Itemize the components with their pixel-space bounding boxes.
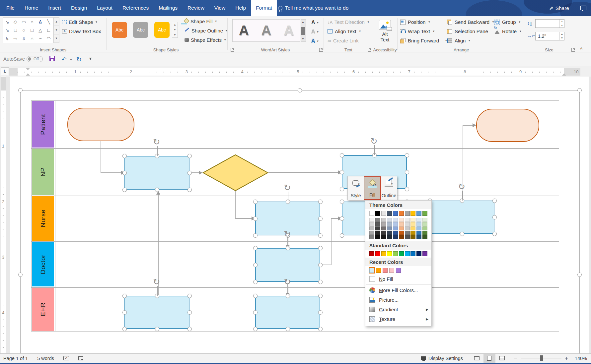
tab-insert[interactable]: Insert	[43, 0, 66, 16]
color-swatch[interactable]	[422, 231, 427, 235]
tab-references[interactable]: References	[117, 0, 154, 16]
shape-styles-dialog-launcher-icon[interactable]	[231, 48, 234, 52]
tab-stop-selector[interactable]: L	[1, 67, 9, 75]
save-button[interactable]	[49, 56, 55, 61]
color-swatch[interactable]	[416, 218, 421, 222]
shape-height-input[interactable]: ▲▼	[535, 19, 564, 28]
gallery-more-icon[interactable]: ▼	[54, 34, 59, 43]
color-swatch[interactable]	[369, 211, 374, 216]
word-count-status[interactable]: 5 words	[37, 356, 54, 361]
color-swatch[interactable]	[381, 218, 386, 222]
color-swatch[interactable]	[387, 211, 392, 216]
shape-fill-button[interactable]: Shape Fill▼	[185, 19, 217, 24]
zoom-slider[interactable]	[521, 358, 561, 359]
picture-fill-item[interactable]: Picture...	[365, 295, 431, 305]
color-swatch[interactable]	[369, 268, 374, 273]
color-swatch[interactable]	[393, 218, 398, 222]
shape-gallery-item[interactable]: △	[36, 26, 44, 34]
page-number-status[interactable]: Page 1 of 1	[3, 356, 28, 361]
print-layout-button[interactable]	[483, 354, 495, 363]
text-outline-button[interactable]: A▼	[311, 28, 323, 36]
wordart-sample[interactable]: A	[277, 20, 300, 41]
shape-gallery-item[interactable]: ~	[36, 34, 44, 43]
shape-width-input[interactable]: 1.2"▲▼	[535, 32, 564, 40]
tab-home[interactable]: Home	[20, 0, 43, 16]
color-swatch[interactable]	[410, 251, 415, 256]
style-down-icon[interactable]: ▼	[172, 27, 178, 32]
color-swatch[interactable]	[381, 231, 386, 235]
shape-gallery-item[interactable]: ⌂	[28, 34, 36, 43]
shape-gallery-item[interactable]: ∟	[44, 26, 53, 34]
bring-forward-button[interactable]: Bring Forward▼	[400, 38, 447, 43]
shape-gallery-item[interactable]: □	[11, 26, 20, 34]
group-button[interactable]: Group▼	[494, 19, 521, 25]
color-swatch[interactable]	[416, 231, 421, 235]
color-swatch[interactable]	[399, 235, 404, 239]
align-button[interactable]: Align▼	[447, 38, 471, 43]
color-swatch[interactable]	[375, 211, 380, 216]
autosave-toggle[interactable]: Off	[27, 56, 43, 62]
color-swatch[interactable]	[410, 235, 415, 239]
more-fill-colors-item[interactable]: More Fill Colors...	[365, 285, 431, 295]
tab-view[interactable]: View	[209, 0, 230, 16]
tab-design[interactable]: Design	[66, 0, 92, 16]
color-swatch[interactable]	[393, 222, 398, 226]
gallery-down-icon[interactable]: ▼	[54, 26, 59, 34]
shape-gallery-item[interactable]: ↘	[3, 26, 11, 34]
display-settings-button[interactable]: Display Settings	[428, 356, 463, 361]
color-swatch[interactable]	[410, 218, 415, 222]
height-spinner[interactable]: ▲▼	[559, 20, 564, 28]
color-swatch[interactable]	[396, 268, 401, 273]
wordart-up-icon[interactable]: ▲	[302, 21, 304, 24]
color-swatch[interactable]	[399, 226, 404, 230]
zoom-level[interactable]: 140%	[575, 356, 587, 361]
tab-file[interactable]: File	[1, 0, 20, 16]
style-up-icon[interactable]: ▲	[172, 22, 178, 27]
shape-gallery-item[interactable]: ╲	[44, 18, 53, 26]
shape-style-scroll[interactable]: ▲▼▼	[172, 22, 178, 38]
tab-mailings[interactable]: Mailings	[154, 0, 183, 16]
redo-button[interactable]: ↻	[76, 56, 82, 63]
color-swatch[interactable]	[387, 222, 392, 226]
color-swatch[interactable]	[399, 218, 404, 222]
width-spinner[interactable]: ▲▼	[559, 32, 564, 40]
color-swatch[interactable]	[375, 231, 380, 235]
color-swatch[interactable]	[416, 251, 421, 256]
color-swatch[interactable]	[389, 268, 394, 273]
shape-gallery-item[interactable]: ⇨	[11, 34, 20, 43]
color-swatch[interactable]	[416, 211, 421, 216]
alt-text-button[interactable]: AltText	[374, 18, 396, 48]
color-swatch[interactable]	[381, 211, 386, 216]
color-swatch[interactable]	[416, 222, 421, 226]
color-swatch[interactable]	[422, 211, 427, 216]
size-dialog-launcher-icon[interactable]	[571, 48, 575, 52]
wordart-sample[interactable]: A	[233, 20, 255, 41]
tab-format-active[interactable]: Format	[251, 0, 277, 16]
shape-gallery-item[interactable]: ▭	[20, 18, 28, 26]
color-swatch[interactable]	[422, 218, 427, 222]
shape-gallery-item[interactable]: ◠	[44, 34, 53, 43]
rotate-button[interactable]: Rotate▼	[494, 29, 522, 34]
shape-style-swatch[interactable]: Abc	[133, 22, 148, 38]
shape-effects-button[interactable]: Shape Effects▼	[185, 37, 226, 43]
zoom-out-button[interactable]: −	[513, 355, 518, 362]
color-swatch[interactable]	[369, 226, 374, 230]
text-effects-button[interactable]: A▼	[311, 37, 323, 45]
text-fill-button[interactable]: A▼	[311, 19, 323, 27]
shape-outline-button[interactable]: Shape Outline▼	[185, 28, 228, 33]
document-page[interactable]	[10, 77, 589, 353]
send-backward-button[interactable]: Send Backward▼	[447, 19, 494, 25]
color-swatch[interactable]	[405, 251, 410, 256]
style-button[interactable]: ▼ Style	[348, 176, 364, 200]
color-swatch[interactable]	[387, 235, 392, 239]
tab-layout[interactable]: Layout	[92, 0, 117, 16]
color-swatch[interactable]	[369, 222, 374, 226]
shape-gallery-scroll[interactable]: ▲▼▼	[53, 17, 59, 43]
color-swatch[interactable]	[399, 231, 404, 235]
color-swatch[interactable]	[369, 235, 374, 239]
color-swatch[interactable]	[387, 226, 392, 230]
color-swatch[interactable]	[375, 251, 380, 256]
selection-pane-button[interactable]: Selection Pane	[447, 29, 488, 34]
gallery-up-icon[interactable]: ▲	[54, 18, 59, 26]
comments-icon[interactable]	[580, 6, 586, 10]
